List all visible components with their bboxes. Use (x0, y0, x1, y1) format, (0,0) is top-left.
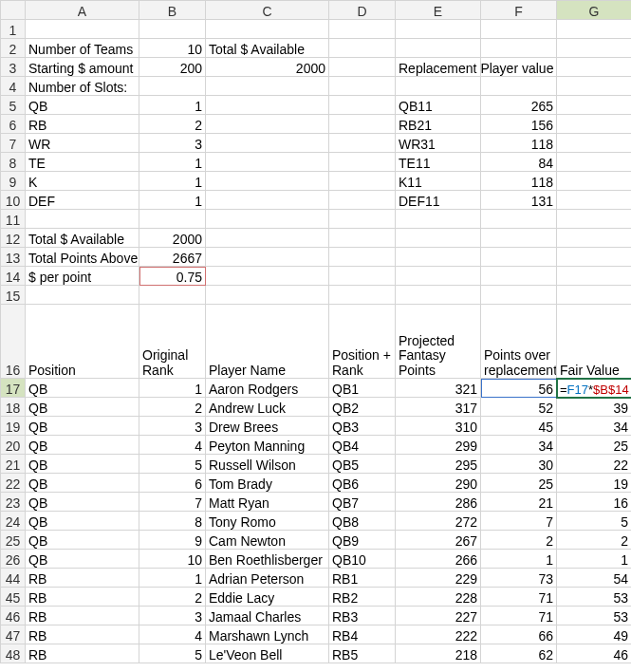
cell-position-QB10[interactable]: QB (26, 550, 139, 569)
header-position-rank[interactable]: Position + Rank (329, 305, 396, 379)
cell-proj-QB7[interactable]: 286 (396, 493, 481, 512)
row-header-14[interactable]: 14 (1, 267, 26, 286)
cell-points-over-QB4[interactable]: 34 (481, 436, 557, 455)
slot-points-K[interactable]: 118 (481, 172, 557, 191)
cell-fair-value-QB5[interactable]: 22 (557, 455, 632, 474)
row-header-3[interactable]: 3 (1, 58, 26, 77)
cell-fair-value-QB7[interactable]: 16 (557, 493, 632, 512)
cell-G8[interactable] (557, 153, 632, 172)
slot-points-QB[interactable]: 265 (481, 96, 557, 115)
cell-proj-QB2[interactable]: 317 (396, 398, 481, 417)
cell-G14[interactable] (557, 267, 632, 286)
cell-fair-value-RB5[interactable]: 46 (557, 644, 632, 663)
cell-F4[interactable] (481, 77, 557, 96)
header-points-over[interactable]: Points over replacement (481, 305, 557, 379)
cell-E13[interactable] (396, 248, 481, 267)
col-header-E[interactable]: E (396, 1, 481, 20)
cell-E12[interactable] (396, 229, 481, 248)
row-header-17[interactable]: 17 (1, 379, 26, 398)
cell-G9[interactable] (557, 172, 632, 191)
slot-code-TE[interactable]: TE11 (396, 153, 481, 172)
cell-A1[interactable] (26, 20, 139, 39)
cell-points-over-QB5[interactable]: 30 (481, 455, 557, 474)
cell-player-RB5[interactable]: Le'Veon Bell (206, 644, 329, 663)
cell-points-over-QB7[interactable]: 21 (481, 493, 557, 512)
label-total-points-above[interactable]: Total Points Above (26, 248, 139, 267)
cell-D10[interactable] (329, 191, 396, 210)
slot-pos-TE[interactable]: TE (26, 153, 139, 172)
cell-F14[interactable] (481, 267, 557, 286)
cell-fair-value-RB3[interactable]: 53 (557, 607, 632, 625)
slot-pos-K[interactable]: K (26, 172, 139, 191)
row-header-25[interactable]: 25 (1, 531, 26, 550)
slot-code-QB[interactable]: QB11 (396, 96, 481, 115)
cell-rank-RB2[interactable]: 2 (139, 588, 206, 607)
cell-posrank-QB10[interactable]: QB10 (329, 550, 396, 569)
cell-E2[interactable] (396, 39, 481, 58)
row-header-46[interactable]: 46 (1, 607, 26, 625)
slot-pos-DEF[interactable]: DEF (26, 191, 139, 210)
cell-E1[interactable] (396, 20, 481, 39)
cell-fair-value-formula[interactable]: =F17*$B$14 (557, 379, 632, 398)
cell-rank-QB3[interactable]: 3 (139, 417, 206, 436)
value-total-available-calc[interactable]: 2000 (206, 58, 329, 77)
row-header-1[interactable]: 1 (1, 20, 26, 39)
cell-G6[interactable] (557, 115, 632, 134)
value-dollar-per-point[interactable]: 0.75 (139, 267, 206, 286)
cell-points-over-QB3[interactable]: 45 (481, 417, 557, 436)
row-header-19[interactable]: 19 (1, 417, 26, 436)
row-header-10[interactable]: 10 (1, 191, 26, 210)
cell-fair-value-RB1[interactable]: 54 (557, 569, 632, 588)
header-original-rank[interactable]: Original Rank (139, 305, 206, 379)
cell-C10[interactable] (206, 191, 329, 210)
header-projected-points[interactable]: Projected Fantasy Points (396, 305, 481, 379)
cell-player-QB4[interactable]: Peyton Manning (206, 436, 329, 455)
slot-code-K[interactable]: K11 (396, 172, 481, 191)
cell-position-QB3[interactable]: QB (26, 417, 139, 436)
cell-rank-QB10[interactable]: 10 (139, 550, 206, 569)
cell-player-QB6[interactable]: Tom Brady (206, 474, 329, 493)
cell-player-QB7[interactable]: Matt Ryan (206, 493, 329, 512)
cell-player-QB10[interactable]: Ben Roethlisberger (206, 550, 329, 569)
cell-rank-QB6[interactable]: 6 (139, 474, 206, 493)
cell-posrank-RB4[interactable]: RB4 (329, 625, 396, 644)
cell-points-over-RB2[interactable]: 71 (481, 588, 557, 607)
cell-player-RB2[interactable]: Eddie Lacy (206, 588, 329, 607)
cell-fair-value-QB2[interactable]: 39 (557, 398, 632, 417)
slot-count-DEF[interactable]: 1 (139, 191, 206, 210)
cell-rank-QB2[interactable]: 2 (139, 398, 206, 417)
cell-fair-value-QB10[interactable]: 1 (557, 550, 632, 569)
cell-posrank-RB3[interactable]: RB3 (329, 607, 396, 625)
cell-fair-value-QB4[interactable]: 25 (557, 436, 632, 455)
cell-D6[interactable] (329, 115, 396, 134)
label-total-available[interactable]: Total $ Available (206, 39, 329, 58)
cell-points-over-QB9[interactable]: 2 (481, 531, 557, 550)
cell-fair-value-RB4[interactable]: 49 (557, 625, 632, 644)
cell-posrank-RB5[interactable]: RB5 (329, 644, 396, 663)
cell-posrank-RB1[interactable]: RB1 (329, 569, 396, 588)
value-num-teams[interactable]: 10 (139, 39, 206, 58)
cell-points-over-QB1[interactable]: 56 (481, 379, 557, 398)
cell-player-QB1[interactable]: Aaron Rodgers (206, 379, 329, 398)
row-header-13[interactable]: 13 (1, 248, 26, 267)
cell-D5[interactable] (329, 96, 396, 115)
cell-proj-RB2[interactable]: 228 (396, 588, 481, 607)
cell-G3[interactable] (557, 58, 632, 77)
slot-points-TE[interactable]: 84 (481, 153, 557, 172)
row-header-26[interactable]: 26 (1, 550, 26, 569)
cell-D1[interactable] (329, 20, 396, 39)
col-header-F[interactable]: F (481, 1, 557, 20)
cell-F15[interactable] (481, 286, 557, 305)
cell-points-over-RB5[interactable]: 62 (481, 644, 557, 663)
cell-proj-QB3[interactable]: 310 (396, 417, 481, 436)
cell-player-QB9[interactable]: Cam Newton (206, 531, 329, 550)
row-header-20[interactable]: 20 (1, 436, 26, 455)
slot-code-RB[interactable]: RB21 (396, 115, 481, 134)
cell-proj-RB1[interactable]: 229 (396, 569, 481, 588)
value-total-points-above[interactable]: 2667 (139, 248, 206, 267)
cell-F1[interactable] (481, 20, 557, 39)
slot-code-WR[interactable]: WR31 (396, 134, 481, 153)
cell-player-QB3[interactable]: Drew Brees (206, 417, 329, 436)
cell-proj-QB8[interactable]: 272 (396, 512, 481, 531)
cell-player-QB5[interactable]: Russell Wilson (206, 455, 329, 474)
